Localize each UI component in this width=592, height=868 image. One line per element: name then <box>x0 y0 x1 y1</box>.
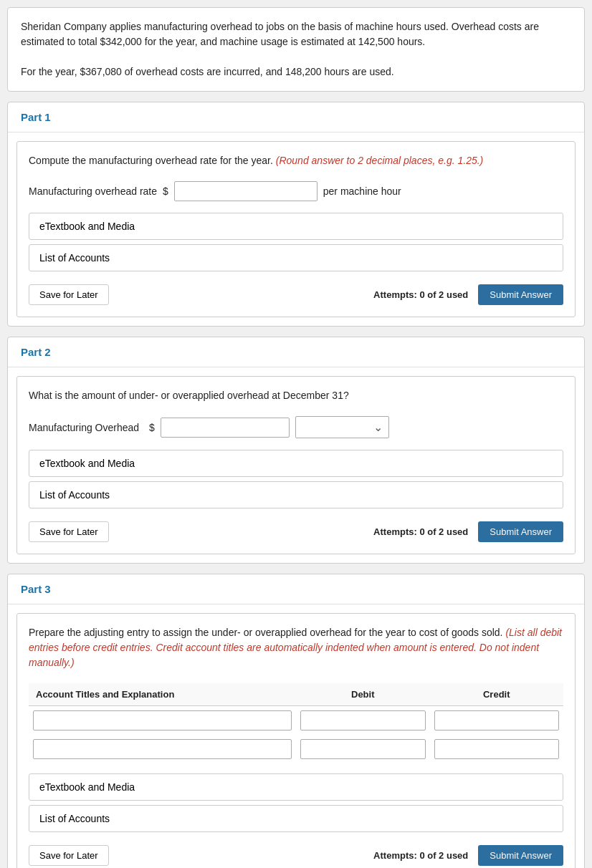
part2-instruction-text: What is the amount of under- or overappl… <box>29 390 349 401</box>
part3-list-accounts-button[interactable]: List of Accounts <box>29 805 563 832</box>
part3-table-section: Account Titles and Explanation Debit Cre… <box>29 683 563 763</box>
table-row <box>29 735 563 763</box>
part2-footer: Save for Later Attempts: 0 of 2 used Sub… <box>29 519 563 542</box>
part2-submit-button[interactable]: Submit Answer <box>478 521 563 542</box>
debit-input-0[interactable] <box>300 710 426 730</box>
part1-footer: Save for Later Attempts: 0 of 2 used Sub… <box>29 281 563 305</box>
part3-title[interactable]: Part 3 <box>21 583 51 595</box>
part2-amount-input[interactable] <box>161 418 290 438</box>
part3-attempts: Attempts: 0 of 2 used <box>373 850 468 861</box>
credit-input-0[interactable] <box>434 710 560 730</box>
chevron-down-icon: ⌄ <box>368 417 388 438</box>
part3-submit-button[interactable]: Submit Answer <box>478 845 563 866</box>
part1-header: Part 1 <box>8 102 584 132</box>
part1-content: Compute the manufacturing overhead rate … <box>16 141 576 317</box>
part3-footer: Save for Later Attempts: 0 of 2 used Sub… <box>29 842 563 866</box>
part2-dollar: $ <box>149 422 155 433</box>
part2-instruction: What is the amount of under- or overappl… <box>29 388 563 403</box>
part1-title: Part 1 <box>21 111 51 123</box>
part1-suffix: per machine hour <box>323 185 401 197</box>
part2-attempts: Attempts: 0 of 2 used <box>373 526 468 537</box>
part3-box: Part 3 Prepare the adjusting entry to as… <box>7 574 585 868</box>
col-header-credit: Credit <box>430 683 564 706</box>
part3-instruction-text: Prepare the adjusting entry to assign th… <box>29 627 503 638</box>
part1-box: Part 1 Compute the manufacturing overhea… <box>7 102 585 327</box>
debit-input-1[interactable] <box>300 739 426 759</box>
account-input-0[interactable] <box>33 710 292 730</box>
part2-header: Part 2 <box>8 337 584 367</box>
part2-field-row: Manufacturing Overhead $ Underapplied Ov… <box>29 416 563 438</box>
part2-title: Part 2 <box>21 346 51 358</box>
part2-save-later-button[interactable]: Save for Later <box>29 521 109 542</box>
part1-instruction-italic: (Round answer to 2 decimal places, e.g. … <box>276 155 484 166</box>
part3-table: Account Titles and Explanation Debit Cre… <box>29 683 563 763</box>
account-input-1[interactable] <box>33 739 292 759</box>
part2-content: What is the amount of under- or overappl… <box>16 376 576 554</box>
intro-line2: For the year, $367,080 of overhead costs… <box>21 64 571 79</box>
intro-box: Sheridan Company applies manufacturing o… <box>7 7 585 92</box>
part1-rate-input[interactable] <box>174 181 318 201</box>
part1-field-row: Manufacturing overhead rate $ per machin… <box>29 181 563 201</box>
part2-box: Part 2 What is the amount of under- or o… <box>7 337 585 564</box>
col-header-account: Account Titles and Explanation <box>29 683 296 706</box>
part3-instruction: Prepare the adjusting entry to assign th… <box>29 625 563 670</box>
part3-etextbook-button[interactable]: eTextbook and Media <box>29 773 563 801</box>
part3-save-later-button[interactable]: Save for Later <box>29 845 109 866</box>
part2-list-accounts-button[interactable]: List of Accounts <box>29 481 563 508</box>
part1-list-accounts-button[interactable]: List of Accounts <box>29 244 563 271</box>
credit-input-1[interactable] <box>434 739 560 759</box>
part2-field-label: Manufacturing Overhead <box>29 422 143 433</box>
part2-etextbook-button[interactable]: eTextbook and Media <box>29 450 563 477</box>
intro-line1: Sheridan Company applies manufacturing o… <box>21 19 571 49</box>
part1-field-label: Manufacturing overhead rate <box>29 185 157 197</box>
part2-dropdown-wrapper[interactable]: Underapplied Overapplied ⌄ <box>295 416 389 438</box>
part2-dropdown[interactable]: Underapplied Overapplied <box>296 418 368 437</box>
part1-etextbook-button[interactable]: eTextbook and Media <box>29 213 563 240</box>
part1-instruction-text: Compute the manufacturing overhead rate … <box>29 155 273 166</box>
col-header-debit: Debit <box>296 683 430 706</box>
part1-dollar: $ <box>163 185 168 197</box>
part1-attempts: Attempts: 0 of 2 used <box>373 289 468 300</box>
part1-submit-button[interactable]: Submit Answer <box>478 284 563 305</box>
part3-header: Part 3 <box>8 574 584 604</box>
part1-save-later-button[interactable]: Save for Later <box>29 284 109 305</box>
part3-content: Prepare the adjusting entry to assign th… <box>16 613 576 868</box>
part1-instruction: Compute the manufacturing overhead rate … <box>29 153 563 168</box>
table-row <box>29 706 563 736</box>
